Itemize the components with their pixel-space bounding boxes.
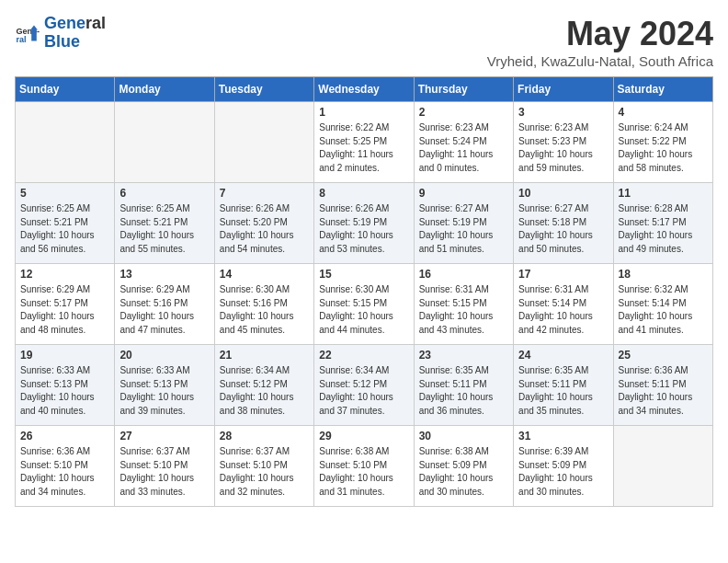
calendar-day-25: 25Sunrise: 6:36 AMSunset: 5:11 PMDayligh… bbox=[613, 345, 712, 426]
day-number: 20 bbox=[119, 349, 209, 362]
calendar-day-9: 9Sunrise: 6:27 AMSunset: 5:19 PMDaylight… bbox=[414, 183, 513, 264]
calendar-day-28: 28Sunrise: 6:37 AMSunset: 5:10 PMDayligh… bbox=[214, 426, 313, 507]
calendar-day-17: 17Sunrise: 6:31 AMSunset: 5:14 PMDayligh… bbox=[514, 264, 613, 345]
day-info: Sunrise: 6:27 AMSunset: 5:18 PMDaylight:… bbox=[518, 202, 608, 256]
calendar-day-3: 3Sunrise: 6:23 AMSunset: 5:23 PMDaylight… bbox=[514, 102, 613, 183]
day-info: Sunrise: 6:24 AMSunset: 5:22 PMDaylight:… bbox=[619, 121, 708, 175]
logo-icon: Gene- ral bbox=[15, 20, 40, 46]
calendar-day-empty bbox=[16, 102, 115, 183]
calendar-day-23: 23Sunrise: 6:35 AMSunset: 5:11 PMDayligh… bbox=[414, 345, 513, 426]
calendar-day-11: 11Sunrise: 6:28 AMSunset: 5:17 PMDayligh… bbox=[613, 183, 712, 264]
day-info: Sunrise: 6:38 AMSunset: 5:10 PMDaylight:… bbox=[319, 445, 408, 499]
day-number: 15 bbox=[319, 268, 408, 281]
day-info: Sunrise: 6:37 AMSunset: 5:10 PMDaylight:… bbox=[119, 445, 209, 499]
logo-text-line2: Blue bbox=[44, 33, 106, 52]
day-info: Sunrise: 6:37 AMSunset: 5:10 PMDaylight:… bbox=[220, 445, 309, 499]
day-number: 9 bbox=[419, 187, 508, 200]
day-info: Sunrise: 6:35 AMSunset: 5:11 PMDaylight:… bbox=[518, 364, 608, 418]
weekday-header-monday: Monday bbox=[115, 77, 214, 102]
day-number: 4 bbox=[619, 106, 708, 119]
day-info: Sunrise: 6:29 AMSunset: 5:17 PMDaylight:… bbox=[20, 283, 109, 337]
calendar-day-29: 29Sunrise: 6:38 AMSunset: 5:10 PMDayligh… bbox=[314, 426, 414, 507]
calendar-day-16: 16Sunrise: 6:31 AMSunset: 5:15 PMDayligh… bbox=[414, 264, 513, 345]
calendar-day-7: 7Sunrise: 6:26 AMSunset: 5:20 PMDaylight… bbox=[214, 183, 313, 264]
day-info: Sunrise: 6:36 AMSunset: 5:11 PMDaylight:… bbox=[619, 364, 708, 418]
calendar-day-30: 30Sunrise: 6:38 AMSunset: 5:09 PMDayligh… bbox=[414, 426, 513, 507]
day-info: Sunrise: 6:31 AMSunset: 5:14 PMDaylight:… bbox=[518, 283, 608, 337]
calendar-day-14: 14Sunrise: 6:30 AMSunset: 5:16 PMDayligh… bbox=[214, 264, 313, 345]
day-info: Sunrise: 6:32 AMSunset: 5:14 PMDaylight:… bbox=[619, 283, 708, 337]
calendar-day-10: 10Sunrise: 6:27 AMSunset: 5:18 PMDayligh… bbox=[514, 183, 613, 264]
day-number: 7 bbox=[220, 187, 309, 200]
page-header: Gene- ral General Blue May 2024 Vryheid,… bbox=[15, 15, 713, 69]
day-number: 29 bbox=[319, 430, 408, 442]
calendar-week-row: 1Sunrise: 6:22 AMSunset: 5:25 PMDaylight… bbox=[16, 102, 713, 183]
day-info: Sunrise: 6:38 AMSunset: 5:09 PMDaylight:… bbox=[419, 445, 508, 499]
day-number: 2 bbox=[419, 106, 508, 119]
calendar-day-empty bbox=[613, 426, 712, 507]
logo: Gene- ral General Blue bbox=[15, 15, 106, 52]
day-info: Sunrise: 6:33 AMSunset: 5:13 PMDaylight:… bbox=[119, 364, 209, 418]
weekday-header-wednesday: Wednesday bbox=[314, 77, 414, 102]
calendar-week-row: 26Sunrise: 6:36 AMSunset: 5:10 PMDayligh… bbox=[16, 426, 713, 507]
day-info: Sunrise: 6:30 AMSunset: 5:16 PMDaylight:… bbox=[220, 283, 309, 337]
title-area: May 2024 Vryheid, KwaZulu-Natal, South A… bbox=[487, 15, 713, 69]
day-info: Sunrise: 6:29 AMSunset: 5:16 PMDaylight:… bbox=[119, 283, 209, 337]
day-info: Sunrise: 6:34 AMSunset: 5:12 PMDaylight:… bbox=[319, 364, 408, 418]
weekday-header-row: SundayMondayTuesdayWednesdayThursdayFrid… bbox=[16, 77, 713, 102]
day-info: Sunrise: 6:30 AMSunset: 5:15 PMDaylight:… bbox=[319, 283, 408, 337]
day-number: 24 bbox=[518, 349, 608, 362]
calendar-day-27: 27Sunrise: 6:37 AMSunset: 5:10 PMDayligh… bbox=[115, 426, 214, 507]
day-number: 25 bbox=[619, 349, 708, 362]
calendar-day-20: 20Sunrise: 6:33 AMSunset: 5:13 PMDayligh… bbox=[115, 345, 214, 426]
day-number: 1 bbox=[319, 106, 408, 119]
day-number: 26 bbox=[20, 430, 109, 442]
calendar-day-15: 15Sunrise: 6:30 AMSunset: 5:15 PMDayligh… bbox=[314, 264, 414, 345]
calendar-table: SundayMondayTuesdayWednesdayThursdayFrid… bbox=[15, 76, 713, 507]
calendar-day-1: 1Sunrise: 6:22 AMSunset: 5:25 PMDaylight… bbox=[314, 102, 414, 183]
calendar-day-19: 19Sunrise: 6:33 AMSunset: 5:13 PMDayligh… bbox=[16, 345, 115, 426]
weekday-header-sunday: Sunday bbox=[16, 77, 115, 102]
location-title: Vryheid, KwaZulu-Natal, South Africa bbox=[487, 53, 713, 69]
day-info: Sunrise: 6:31 AMSunset: 5:15 PMDaylight:… bbox=[419, 283, 508, 337]
day-number: 17 bbox=[518, 268, 608, 281]
day-number: 6 bbox=[119, 187, 209, 200]
calendar-day-2: 2Sunrise: 6:23 AMSunset: 5:24 PMDaylight… bbox=[414, 102, 513, 183]
day-info: Sunrise: 6:25 AMSunset: 5:21 PMDaylight:… bbox=[20, 202, 109, 256]
day-number: 5 bbox=[20, 187, 109, 200]
calendar-week-row: 19Sunrise: 6:33 AMSunset: 5:13 PMDayligh… bbox=[16, 345, 713, 426]
logo-text-line1: General bbox=[44, 15, 106, 33]
day-info: Sunrise: 6:27 AMSunset: 5:19 PMDaylight:… bbox=[419, 202, 508, 256]
calendar-day-26: 26Sunrise: 6:36 AMSunset: 5:10 PMDayligh… bbox=[16, 426, 115, 507]
day-info: Sunrise: 6:22 AMSunset: 5:25 PMDaylight:… bbox=[319, 121, 408, 175]
day-info: Sunrise: 6:23 AMSunset: 5:24 PMDaylight:… bbox=[419, 121, 508, 175]
day-number: 30 bbox=[419, 430, 508, 442]
day-info: Sunrise: 6:36 AMSunset: 5:10 PMDaylight:… bbox=[20, 445, 109, 499]
day-info: Sunrise: 6:25 AMSunset: 5:21 PMDaylight:… bbox=[119, 202, 209, 256]
calendar-day-5: 5Sunrise: 6:25 AMSunset: 5:21 PMDaylight… bbox=[16, 183, 115, 264]
calendar-day-empty bbox=[115, 102, 214, 183]
day-info: Sunrise: 6:33 AMSunset: 5:13 PMDaylight:… bbox=[20, 364, 109, 418]
day-number: 28 bbox=[220, 430, 309, 442]
day-number: 19 bbox=[20, 349, 109, 362]
calendar-day-13: 13Sunrise: 6:29 AMSunset: 5:16 PMDayligh… bbox=[115, 264, 214, 345]
day-number: 21 bbox=[220, 349, 309, 362]
day-number: 13 bbox=[119, 268, 209, 281]
calendar-day-24: 24Sunrise: 6:35 AMSunset: 5:11 PMDayligh… bbox=[514, 345, 613, 426]
day-number: 10 bbox=[518, 187, 608, 200]
day-info: Sunrise: 6:23 AMSunset: 5:23 PMDaylight:… bbox=[518, 121, 608, 175]
calendar-day-4: 4Sunrise: 6:24 AMSunset: 5:22 PMDaylight… bbox=[613, 102, 712, 183]
day-number: 18 bbox=[619, 268, 708, 281]
day-number: 3 bbox=[518, 106, 608, 119]
calendar-day-31: 31Sunrise: 6:39 AMSunset: 5:09 PMDayligh… bbox=[514, 426, 613, 507]
day-info: Sunrise: 6:35 AMSunset: 5:11 PMDaylight:… bbox=[419, 364, 508, 418]
calendar-day-6: 6Sunrise: 6:25 AMSunset: 5:21 PMDaylight… bbox=[115, 183, 214, 264]
day-number: 11 bbox=[619, 187, 708, 200]
day-number: 14 bbox=[220, 268, 309, 281]
day-info: Sunrise: 6:26 AMSunset: 5:20 PMDaylight:… bbox=[220, 202, 309, 256]
day-number: 31 bbox=[518, 430, 608, 442]
weekday-header-saturday: Saturday bbox=[613, 77, 712, 102]
day-number: 12 bbox=[20, 268, 109, 281]
day-number: 16 bbox=[419, 268, 508, 281]
day-info: Sunrise: 6:39 AMSunset: 5:09 PMDaylight:… bbox=[518, 445, 608, 499]
